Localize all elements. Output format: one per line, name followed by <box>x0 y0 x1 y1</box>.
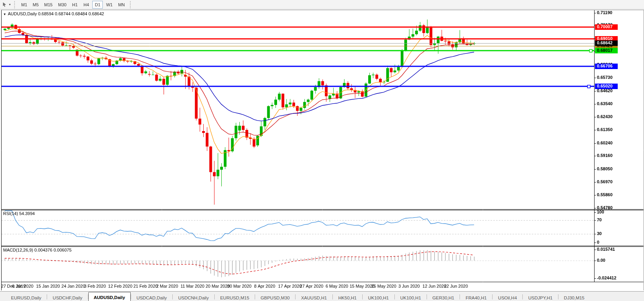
timeframe-button-m5[interactable]: M5 <box>30 1 41 9</box>
chart-tab-eurusd-m15[interactable]: EURUSD,M15 <box>215 293 255 301</box>
chart-tab-usdcnh-daily[interactable]: USDCNH,Daily <box>173 293 214 301</box>
chart-tab-fra40-h1[interactable]: FRA40,H1 <box>460 293 492 301</box>
chart-tab-usdcad-daily[interactable]: USDCAD,Daily <box>131 293 172 301</box>
timeframe-button-w1[interactable]: W1 <box>104 1 115 9</box>
pointer-tool-caret-icon[interactable]: ▾ <box>9 3 11 6</box>
chart-tab-usoil-h4[interactable]: USOil,H4 <box>493 293 522 301</box>
toolbar-grip <box>14 1 16 8</box>
chart-tab-dj30-m15[interactable]: DJ30,M15 <box>558 293 590 301</box>
timeframe-buttons: M1M5M15M30H1H4D1W1MN <box>18 1 128 9</box>
chart-tab-xauusd-h1[interactable]: XAUUSD,H1 <box>296 293 332 301</box>
chart-tab-uk100-h1[interactable]: UK100,H1 <box>363 293 394 301</box>
chart-tab-gbpusd-m30[interactable]: GBPUSD,M30 <box>255 293 295 301</box>
timeframe-toolbar: ▾ M1M5M15M30H1H4D1W1MN <box>0 0 644 9</box>
pointer-tool-icon[interactable] <box>1 1 9 8</box>
timeframe-button-mn[interactable]: MN <box>116 1 127 9</box>
timeframe-button-h1[interactable]: H1 <box>69 1 80 9</box>
toolbar-grip-2 <box>130 1 132 8</box>
chart-tab-usdchf-daily[interactable]: USDCHF,Daily <box>47 293 88 301</box>
chart-title-text: AUDUSD,Daily 0.68594 0.68744 0.68484 0.6… <box>8 11 104 16</box>
chart-tab-bar: EURUSD,DailyUSDCHF,DailyAUDUSD,DailyUSDC… <box>0 291 644 301</box>
chart-tab-uk100-h1[interactable]: UK100,H1 <box>395 293 427 301</box>
chart-canvas[interactable] <box>0 10 644 291</box>
chart-title: ▼AUDUSD,Daily 0.68594 0.68744 0.68484 0.… <box>3 11 104 16</box>
chart-tab-audusd-daily[interactable]: AUDUSD,Daily <box>88 292 131 301</box>
timeframe-button-m1[interactable]: M1 <box>19 1 29 9</box>
rsi-indicator-label: RSI(14) 54.3994 <box>3 211 35 216</box>
timeframe-button-m30[interactable]: M30 <box>56 1 69 9</box>
chart-tab-eurusd-daily[interactable]: EURUSD,Daily <box>5 293 47 301</box>
terminal-window: ▾ M1M5M15M30H1H4D1W1MN ▼AUDUSD,Daily 0.6… <box>0 0 644 301</box>
collapse-triangle-icon[interactable]: ▼ <box>3 13 6 16</box>
macd-indicator-label: MACD(12,26,9) 0.004376 0.006075 <box>3 248 71 252</box>
chart-tab-hk50-h1[interactable]: HK50,H1 <box>333 293 362 301</box>
timeframe-button-m15[interactable]: M15 <box>42 1 55 9</box>
timeframe-button-d1[interactable]: D1 <box>92 1 103 9</box>
timeframe-button-h4[interactable]: H4 <box>81 1 91 9</box>
chart-tab-usdjpy-h1[interactable]: USDJPY,H1 <box>523 293 558 301</box>
chart-window: ▼AUDUSD,Daily 0.68594 0.68744 0.68484 0.… <box>0 10 644 291</box>
chart-tab-ger30-h1[interactable]: GER30,H1 <box>427 293 460 301</box>
